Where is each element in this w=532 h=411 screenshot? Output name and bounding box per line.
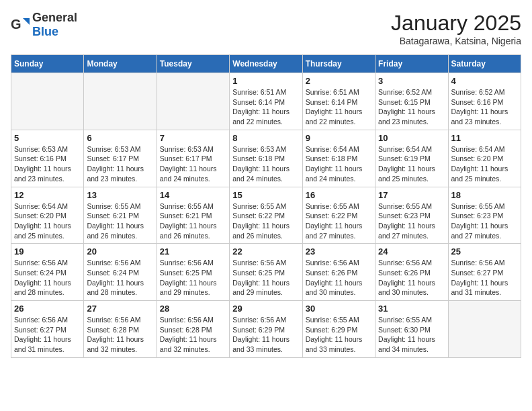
day-info: Sunrise: 6:56 AM Sunset: 6:26 PM Dayligh… xyxy=(306,258,372,298)
logo-blue: Blue xyxy=(32,25,58,38)
calendar-title: January 2025 xyxy=(391,11,521,36)
weekday-header-monday: Monday xyxy=(84,55,157,73)
day-number: 31 xyxy=(378,304,445,314)
weekday-header-saturday: Saturday xyxy=(448,55,521,73)
day-info: Sunrise: 6:55 AM Sunset: 6:23 PM Dayligh… xyxy=(451,201,518,241)
day-info: Sunrise: 6:52 AM Sunset: 6:16 PM Dayligh… xyxy=(451,87,518,127)
day-number: 22 xyxy=(232,246,299,257)
calendar-day-cell xyxy=(11,73,84,130)
calendar-day-cell: 21Sunrise: 6:56 AM Sunset: 6:25 PM Dayli… xyxy=(157,244,229,301)
calendar-day-cell: 8Sunrise: 6:53 AM Sunset: 6:18 PM Daylig… xyxy=(230,130,302,187)
day-number: 14 xyxy=(160,190,226,200)
day-number: 29 xyxy=(232,304,299,314)
calendar-week-row: 12Sunrise: 6:54 AM Sunset: 6:20 PM Dayli… xyxy=(11,187,521,244)
calendar-day-cell: 27Sunrise: 6:56 AM Sunset: 6:28 PM Dayli… xyxy=(84,301,157,358)
day-number: 15 xyxy=(232,190,299,200)
logo: G General Blue xyxy=(11,11,77,39)
calendar-day-cell: 1Sunrise: 6:51 AM Sunset: 6:14 PM Daylig… xyxy=(230,73,302,130)
day-number: 4 xyxy=(451,76,518,86)
day-number: 25 xyxy=(451,246,518,257)
calendar-day-cell: 13Sunrise: 6:55 AM Sunset: 6:21 PM Dayli… xyxy=(84,187,157,244)
svg-text:G: G xyxy=(11,17,21,32)
calendar-table: SundayMondayTuesdayWednesdayThursdayFrid… xyxy=(11,54,521,358)
day-number: 28 xyxy=(160,304,226,314)
day-number: 16 xyxy=(306,190,372,200)
day-info: Sunrise: 6:53 AM Sunset: 6:17 PM Dayligh… xyxy=(160,144,226,184)
day-info: Sunrise: 6:55 AM Sunset: 6:22 PM Dayligh… xyxy=(232,201,299,241)
weekday-header-sunday: Sunday xyxy=(11,55,84,73)
calendar-day-cell: 16Sunrise: 6:55 AM Sunset: 6:22 PM Dayli… xyxy=(302,187,375,244)
calendar-day-cell: 22Sunrise: 6:56 AM Sunset: 6:25 PM Dayli… xyxy=(230,244,302,301)
logo-icon: G xyxy=(11,15,30,34)
calendar-day-cell: 12Sunrise: 6:54 AM Sunset: 6:20 PM Dayli… xyxy=(11,187,84,244)
day-number: 6 xyxy=(87,133,153,143)
day-number: 7 xyxy=(160,133,226,143)
day-number: 23 xyxy=(306,246,372,257)
day-info: Sunrise: 6:53 AM Sunset: 6:18 PM Dayligh… xyxy=(232,144,299,184)
day-info: Sunrise: 6:55 AM Sunset: 6:21 PM Dayligh… xyxy=(160,201,226,241)
calendar-day-cell: 29Sunrise: 6:56 AM Sunset: 6:29 PM Dayli… xyxy=(230,301,302,358)
weekday-header-friday: Friday xyxy=(375,55,448,73)
day-number: 13 xyxy=(87,190,153,200)
day-number: 9 xyxy=(306,133,372,143)
day-info: Sunrise: 6:52 AM Sunset: 6:15 PM Dayligh… xyxy=(378,87,445,127)
day-info: Sunrise: 6:56 AM Sunset: 6:28 PM Dayligh… xyxy=(87,315,153,355)
calendar-day-cell: 7Sunrise: 6:53 AM Sunset: 6:17 PM Daylig… xyxy=(157,130,229,187)
day-number: 21 xyxy=(160,246,226,257)
calendar-day-cell: 18Sunrise: 6:55 AM Sunset: 6:23 PM Dayli… xyxy=(448,187,521,244)
calendar-subtitle: Batagarawa, Katsina, Nigeria xyxy=(391,36,521,46)
calendar-day-cell: 6Sunrise: 6:53 AM Sunset: 6:17 PM Daylig… xyxy=(84,130,157,187)
day-info: Sunrise: 6:55 AM Sunset: 6:22 PM Dayligh… xyxy=(306,201,372,241)
calendar-day-cell: 3Sunrise: 6:52 AM Sunset: 6:15 PM Daylig… xyxy=(375,73,448,130)
day-number: 18 xyxy=(451,190,518,200)
day-info: Sunrise: 6:56 AM Sunset: 6:25 PM Dayligh… xyxy=(232,258,299,298)
calendar-day-cell: 19Sunrise: 6:56 AM Sunset: 6:24 PM Dayli… xyxy=(11,244,84,301)
weekday-header-row: SundayMondayTuesdayWednesdayThursdayFrid… xyxy=(11,55,521,73)
day-info: Sunrise: 6:55 AM Sunset: 6:30 PM Dayligh… xyxy=(378,315,445,355)
day-number: 12 xyxy=(14,190,81,200)
svg-marker-1 xyxy=(23,18,30,25)
weekday-header-tuesday: Tuesday xyxy=(157,55,229,73)
calendar-day-cell xyxy=(84,73,157,130)
calendar-day-cell xyxy=(448,301,521,358)
day-info: Sunrise: 6:54 AM Sunset: 6:19 PM Dayligh… xyxy=(378,144,445,184)
day-info: Sunrise: 6:54 AM Sunset: 6:20 PM Dayligh… xyxy=(451,144,518,184)
page-header: G General Blue January 2025 Batagarawa, … xyxy=(11,11,521,46)
day-number: 1 xyxy=(232,76,299,86)
calendar-day-cell: 24Sunrise: 6:56 AM Sunset: 6:26 PM Dayli… xyxy=(375,244,448,301)
calendar-day-cell: 15Sunrise: 6:55 AM Sunset: 6:22 PM Dayli… xyxy=(230,187,302,244)
calendar-week-row: 1Sunrise: 6:51 AM Sunset: 6:14 PM Daylig… xyxy=(11,73,521,130)
calendar-day-cell: 31Sunrise: 6:55 AM Sunset: 6:30 PM Dayli… xyxy=(375,301,448,358)
calendar-day-cell: 28Sunrise: 6:56 AM Sunset: 6:28 PM Dayli… xyxy=(157,301,229,358)
calendar-day-cell: 4Sunrise: 6:52 AM Sunset: 6:16 PM Daylig… xyxy=(448,73,521,130)
day-number: 5 xyxy=(14,133,81,143)
calendar-day-cell: 23Sunrise: 6:56 AM Sunset: 6:26 PM Dayli… xyxy=(302,244,375,301)
logo-general: General xyxy=(32,11,77,24)
day-info: Sunrise: 6:55 AM Sunset: 6:21 PM Dayligh… xyxy=(87,201,153,241)
calendar-day-cell: 26Sunrise: 6:56 AM Sunset: 6:27 PM Dayli… xyxy=(11,301,84,358)
calendar-day-cell: 17Sunrise: 6:55 AM Sunset: 6:23 PM Dayli… xyxy=(375,187,448,244)
day-number: 27 xyxy=(87,304,153,314)
day-info: Sunrise: 6:56 AM Sunset: 6:27 PM Dayligh… xyxy=(451,258,518,298)
calendar-day-cell: 9Sunrise: 6:54 AM Sunset: 6:18 PM Daylig… xyxy=(302,130,375,187)
day-info: Sunrise: 6:56 AM Sunset: 6:25 PM Dayligh… xyxy=(160,258,226,298)
day-info: Sunrise: 6:56 AM Sunset: 6:26 PM Dayligh… xyxy=(378,258,445,298)
day-info: Sunrise: 6:56 AM Sunset: 6:27 PM Dayligh… xyxy=(14,315,81,355)
calendar-week-row: 19Sunrise: 6:56 AM Sunset: 6:24 PM Dayli… xyxy=(11,244,521,301)
day-info: Sunrise: 6:54 AM Sunset: 6:18 PM Dayligh… xyxy=(306,144,372,184)
calendar-day-cell: 30Sunrise: 6:55 AM Sunset: 6:29 PM Dayli… xyxy=(302,301,375,358)
calendar-day-cell: 25Sunrise: 6:56 AM Sunset: 6:27 PM Dayli… xyxy=(448,244,521,301)
calendar-week-row: 5Sunrise: 6:53 AM Sunset: 6:16 PM Daylig… xyxy=(11,130,521,187)
weekday-header-thursday: Thursday xyxy=(302,55,375,73)
day-number: 8 xyxy=(232,133,299,143)
calendar-week-row: 26Sunrise: 6:56 AM Sunset: 6:27 PM Dayli… xyxy=(11,301,521,358)
day-info: Sunrise: 6:53 AM Sunset: 6:17 PM Dayligh… xyxy=(87,144,153,184)
calendar-day-cell: 20Sunrise: 6:56 AM Sunset: 6:24 PM Dayli… xyxy=(84,244,157,301)
day-number: 30 xyxy=(306,304,372,314)
day-number: 11 xyxy=(451,133,518,143)
day-number: 19 xyxy=(14,246,81,257)
day-number: 24 xyxy=(378,246,445,257)
calendar-day-cell: 11Sunrise: 6:54 AM Sunset: 6:20 PM Dayli… xyxy=(448,130,521,187)
day-info: Sunrise: 6:56 AM Sunset: 6:24 PM Dayligh… xyxy=(14,258,81,298)
calendar-day-cell xyxy=(157,73,229,130)
